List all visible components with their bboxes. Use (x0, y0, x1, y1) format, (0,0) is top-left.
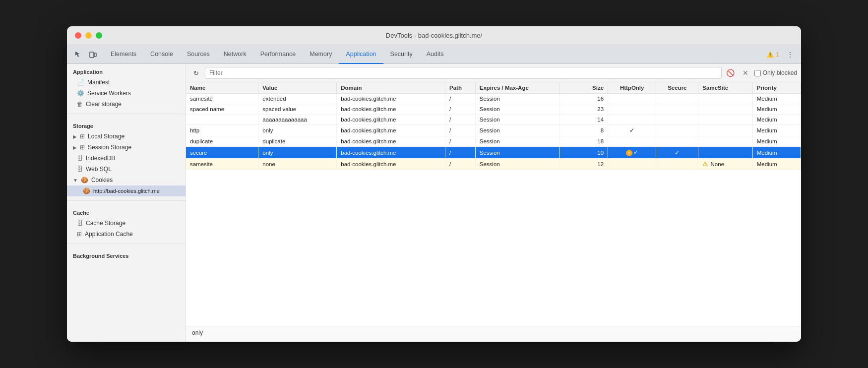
col-value: Value (258, 82, 337, 94)
col-name: Name (186, 82, 258, 94)
table-cell: bad-cookies.glitch.me (337, 147, 445, 159)
table-cell: bad-cookies.glitch.me (337, 159, 445, 170)
table-header-row: Name Value Domain Path Expires / Max-Age… (186, 82, 801, 94)
table-cell: spaced name (186, 104, 258, 115)
table-cell: samesite (186, 94, 258, 104)
tab-performance[interactable]: Performance (253, 45, 303, 64)
table-cell: / (445, 136, 476, 147)
tab-network[interactable]: Network (217, 45, 253, 64)
table-cell (698, 94, 752, 104)
col-domain: Domain (337, 82, 445, 94)
table-cell (186, 115, 258, 125)
table-cell: 23 (559, 104, 608, 115)
table-cell (608, 159, 656, 170)
sidebar-item-clear-storage[interactable]: 🗑 Clear storage (67, 99, 186, 110)
table-cell: Medium (752, 94, 801, 104)
cookies-arrow-icon: ▼ (73, 178, 78, 183)
col-size: Size (559, 82, 608, 94)
tab-console[interactable]: Console (143, 45, 180, 64)
sidebar-item-service-workers[interactable]: ⚙️ Service Workers (67, 88, 186, 99)
table-cell: / (445, 104, 476, 115)
table-cell: only (258, 147, 337, 159)
table-row[interactable]: httponlybad-cookies.glitch.me/Session8✓M… (186, 125, 801, 136)
svg-rect-0 (90, 52, 94, 58)
traffic-lights (75, 32, 102, 39)
inspect-icon[interactable] (71, 48, 85, 61)
tab-security[interactable]: Security (383, 45, 420, 64)
cache-storage-icon: 🗄 (77, 220, 83, 227)
table-cell (608, 104, 656, 115)
table-cell (698, 147, 752, 159)
tab-elements[interactable]: Elements (104, 45, 143, 64)
sidebar-item-cache-storage[interactable]: 🗄 Cache Storage (67, 218, 186, 229)
maximize-button[interactable] (96, 32, 102, 39)
cookie-table-container: Name Value Domain Path Expires / Max-Age… (186, 82, 801, 326)
table-cell (656, 115, 698, 125)
cookies-icon: 🍪 (81, 177, 88, 184)
table-cell: Session (475, 115, 559, 125)
table-cell: i✓ (608, 147, 656, 159)
table-cell: / (445, 147, 476, 159)
sidebar-item-indexeddb[interactable]: 🗄 IndexedDB (67, 153, 186, 164)
only-blocked-checkbox[interactable] (754, 70, 761, 76)
block-icon[interactable]: 🚫 (725, 67, 737, 79)
filter-input[interactable] (205, 67, 722, 79)
clear-icon[interactable]: ✕ (740, 67, 751, 79)
col-httponly: HttpOnly (608, 82, 656, 94)
sidebar-item-manifest[interactable]: 📄 Manifest (67, 77, 186, 88)
sidebar-item-application-cache[interactable]: ⊞ Application Cache (67, 229, 186, 240)
devtools-window: DevTools - bad-cookies.glitch.me/ Elemen… (67, 26, 801, 342)
refresh-button[interactable]: ↻ (190, 67, 202, 79)
more-options-icon[interactable]: ⋮ (783, 48, 797, 61)
table-cell: bad-cookies.glitch.me (337, 115, 445, 125)
table-cell: secure (186, 147, 258, 159)
tab-audits[interactable]: Audits (420, 45, 451, 64)
table-cell: ✓ (656, 147, 698, 159)
table-cell: bad-cookies.glitch.me (337, 136, 445, 147)
table-cell: 12 (559, 159, 608, 170)
table-row[interactable]: aaaaaaaaaaaaaabad-cookies.glitch.me/Sess… (186, 115, 801, 125)
local-storage-arrow-icon: ▶ (73, 134, 77, 139)
table-cell: / (445, 125, 476, 136)
tab-application[interactable]: Application (339, 45, 383, 64)
storage-section-header: Storage (67, 118, 186, 131)
warning-badge[interactable]: ⚠️ 1 (766, 51, 779, 58)
cache-section-header: Cache (67, 205, 186, 218)
minimize-button[interactable] (85, 32, 92, 39)
table-cell: Medium (752, 136, 801, 147)
table-cell (608, 115, 656, 125)
table-cell: http (186, 125, 258, 136)
sidebar-item-web-sql[interactable]: 🗄 Web SQL (67, 164, 186, 175)
cookies-domain-icon: 🍪 (83, 187, 90, 194)
device-icon[interactable] (86, 48, 100, 61)
table-row[interactable]: samesiteextendedbad-cookies.glitch.me/Se… (186, 94, 801, 104)
table-cell: Medium (752, 125, 801, 136)
tab-memory[interactable]: Memory (303, 45, 339, 64)
sidebar-item-local-storage[interactable]: ▶ ⊞ Local Storage (67, 131, 186, 142)
table-cell: bad-cookies.glitch.me (337, 125, 445, 136)
cookie-toolbar: ↻ 🚫 ✕ Only blocked (186, 64, 801, 82)
close-button[interactable] (75, 32, 81, 39)
table-row[interactable]: spaced namespaced valuebad-cookies.glitc… (186, 104, 801, 115)
table-cell (656, 159, 698, 170)
table-row[interactable]: secureonlybad-cookies.glitch.me/Session1… (186, 147, 801, 159)
table-cell: Session (475, 159, 559, 170)
bottom-bar: only (186, 326, 801, 342)
tab-right-area: ⚠️ 1 ⋮ (766, 48, 797, 61)
table-cell (656, 94, 698, 104)
sidebar-item-cookies[interactable]: ▼ 🍪 Cookies (67, 175, 186, 185)
divider-1 (67, 114, 186, 114)
table-cell: 16 (559, 94, 608, 104)
divider-2 (67, 200, 186, 201)
sidebar-item-cookies-domain[interactable]: 🍪 http://bad-cookies.glitch.me (67, 185, 186, 196)
tab-sources[interactable]: Sources (180, 45, 217, 64)
table-row[interactable]: duplicateduplicatebad-cookies.glitch.me/… (186, 136, 801, 147)
table-cell: 14 (559, 115, 608, 125)
table-row[interactable]: samesitenonebad-cookies.glitch.me/Sessio… (186, 159, 801, 170)
table-cell (656, 104, 698, 115)
sidebar-item-session-storage[interactable]: ▶ ⊞ Session Storage (67, 142, 186, 153)
table-cell: none (258, 159, 337, 170)
only-blocked-label: Only blocked (754, 69, 797, 76)
application-section-header: Application (67, 64, 186, 77)
divider-3 (67, 244, 186, 244)
